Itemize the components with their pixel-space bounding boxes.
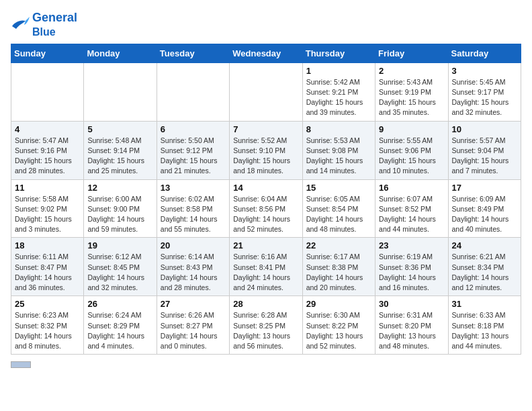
day-info: Sunrise: 6:28 AMSunset: 8:25 PMDaylight:… (233, 310, 298, 351)
day-info: Sunrise: 6:02 AMSunset: 8:58 PMDaylight:… (161, 194, 226, 235)
day-info: Sunrise: 6:04 AMSunset: 8:56 PMDaylight:… (233, 194, 298, 235)
calendar-cell: 18 Sunrise: 6:11 AMSunset: 8:47 PMDaylig… (11, 238, 84, 296)
day-number: 23 (379, 240, 444, 250)
day-info: Sunrise: 6:07 AMSunset: 8:52 PMDaylight:… (379, 194, 444, 235)
calendar-cell: 13 Sunrise: 6:02 AMSunset: 8:58 PMDaylig… (157, 179, 229, 238)
day-info: Sunrise: 5:43 AMSunset: 9:19 PMDaylight:… (379, 77, 444, 118)
day-number: 1 (306, 66, 371, 76)
weekday-header-monday: Monday (84, 44, 157, 62)
day-info: Sunrise: 5:45 AMSunset: 9:17 PMDaylight:… (452, 77, 517, 118)
day-info: Sunrise: 6:21 AMSunset: 8:34 PMDaylight:… (452, 252, 517, 293)
day-number: 7 (233, 124, 298, 134)
calendar-cell: 22 Sunrise: 6:17 AMSunset: 8:38 PMDaylig… (302, 238, 375, 296)
legend (11, 361, 521, 368)
calendar-cell (84, 62, 157, 121)
day-number: 9 (379, 124, 444, 134)
day-number: 24 (452, 240, 517, 250)
calendar-cell: 23 Sunrise: 6:19 AMSunset: 8:36 PMDaylig… (375, 238, 448, 296)
logo: General Blue (11, 11, 77, 38)
day-number: 30 (379, 299, 444, 309)
day-number: 4 (15, 124, 80, 134)
calendar-cell: 12 Sunrise: 6:00 AMSunset: 9:00 PMDaylig… (84, 179, 157, 238)
day-info: Sunrise: 6:33 AMSunset: 8:18 PMDaylight:… (452, 310, 517, 351)
day-number: 5 (87, 124, 152, 134)
calendar-cell: 31 Sunrise: 6:33 AMSunset: 8:18 PMDaylig… (448, 296, 521, 355)
day-info: Sunrise: 6:16 AMSunset: 8:41 PMDaylight:… (233, 252, 298, 293)
day-info: Sunrise: 6:05 AMSunset: 8:54 PMDaylight:… (306, 194, 371, 235)
day-info: Sunrise: 6:17 AMSunset: 8:38 PMDaylight:… (306, 252, 371, 293)
week-row-2: 4 Sunrise: 5:47 AMSunset: 9:16 PMDayligh… (11, 121, 521, 179)
weekday-header-sunday: Sunday (11, 44, 84, 62)
day-number: 15 (306, 183, 371, 193)
day-number: 10 (452, 124, 517, 134)
day-number: 19 (87, 240, 152, 250)
calendar-cell: 9 Sunrise: 5:55 AMSunset: 9:06 PMDayligh… (375, 121, 448, 179)
day-number: 14 (233, 183, 298, 193)
calendar-cell: 30 Sunrise: 6:31 AMSunset: 8:20 PMDaylig… (375, 296, 448, 355)
calendar-cell: 25 Sunrise: 6:23 AMSunset: 8:32 PMDaylig… (11, 296, 84, 355)
weekday-header-wednesday: Wednesday (230, 44, 302, 62)
day-number: 18 (15, 240, 80, 250)
calendar-cell: 8 Sunrise: 5:53 AMSunset: 9:08 PMDayligh… (302, 121, 375, 179)
day-info: Sunrise: 6:00 AMSunset: 9:00 PMDaylight:… (87, 194, 152, 235)
day-number: 21 (233, 240, 298, 250)
calendar-cell: 2 Sunrise: 5:43 AMSunset: 9:19 PMDayligh… (375, 62, 448, 121)
day-number: 17 (452, 183, 517, 193)
weekday-header-saturday: Saturday (448, 44, 521, 62)
calendar-cell: 3 Sunrise: 5:45 AMSunset: 9:17 PMDayligh… (448, 62, 521, 121)
weekday-header-friday: Friday (375, 44, 448, 62)
weekday-header-tuesday: Tuesday (157, 44, 229, 62)
day-info: Sunrise: 6:26 AMSunset: 8:27 PMDaylight:… (161, 310, 226, 351)
calendar-cell: 26 Sunrise: 6:24 AMSunset: 8:29 PMDaylig… (84, 296, 157, 355)
day-number: 8 (306, 124, 371, 134)
day-info: Sunrise: 5:55 AMSunset: 9:06 PMDaylight:… (379, 136, 444, 177)
day-info: Sunrise: 6:31 AMSunset: 8:20 PMDaylight:… (379, 310, 444, 351)
calendar-cell: 7 Sunrise: 5:52 AMSunset: 9:10 PMDayligh… (230, 121, 302, 179)
day-info: Sunrise: 6:23 AMSunset: 8:32 PMDaylight:… (15, 310, 80, 351)
week-row-5: 25 Sunrise: 6:23 AMSunset: 8:32 PMDaylig… (11, 296, 521, 355)
day-info: Sunrise: 5:48 AMSunset: 9:14 PMDaylight:… (87, 136, 152, 177)
day-info: Sunrise: 6:24 AMSunset: 8:29 PMDaylight:… (87, 310, 152, 351)
day-number: 13 (161, 183, 226, 193)
calendar-cell (11, 62, 84, 121)
calendar-cell: 1 Sunrise: 5:42 AMSunset: 9:21 PMDayligh… (302, 62, 375, 121)
day-number: 25 (15, 299, 80, 309)
calendar-cell: 27 Sunrise: 6:26 AMSunset: 8:27 PMDaylig… (157, 296, 229, 355)
calendar-cell: 20 Sunrise: 6:14 AMSunset: 8:43 PMDaylig… (157, 238, 229, 296)
day-number: 31 (452, 299, 517, 309)
day-info: Sunrise: 6:14 AMSunset: 8:43 PMDaylight:… (161, 252, 226, 293)
day-number: 3 (452, 66, 517, 76)
day-info: Sunrise: 6:19 AMSunset: 8:36 PMDaylight:… (379, 252, 444, 293)
calendar-cell: 15 Sunrise: 6:05 AMSunset: 8:54 PMDaylig… (302, 179, 375, 238)
day-number: 28 (233, 299, 298, 309)
day-info: Sunrise: 5:47 AMSunset: 9:16 PMDaylight:… (15, 136, 80, 177)
calendar-cell: 10 Sunrise: 5:57 AMSunset: 9:04 PMDaylig… (448, 121, 521, 179)
day-number: 12 (87, 183, 152, 193)
day-info: Sunrise: 5:57 AMSunset: 9:04 PMDaylight:… (452, 136, 517, 177)
day-info: Sunrise: 5:42 AMSunset: 9:21 PMDaylight:… (306, 77, 371, 118)
week-row-3: 11 Sunrise: 5:58 AMSunset: 9:02 PMDaylig… (11, 179, 521, 238)
calendar-cell: 4 Sunrise: 5:47 AMSunset: 9:16 PMDayligh… (11, 121, 84, 179)
weekday-header-row: SundayMondayTuesdayWednesdayThursdayFrid… (11, 44, 521, 62)
day-info: Sunrise: 5:50 AMSunset: 9:12 PMDaylight:… (161, 136, 226, 177)
day-number: 22 (306, 240, 371, 250)
day-number: 26 (87, 299, 152, 309)
calendar-cell: 17 Sunrise: 6:09 AMSunset: 8:49 PMDaylig… (448, 179, 521, 238)
calendar-cell: 21 Sunrise: 6:16 AMSunset: 8:41 PMDaylig… (230, 238, 302, 296)
day-info: Sunrise: 6:30 AMSunset: 8:22 PMDaylight:… (306, 310, 371, 351)
day-number: 27 (161, 299, 226, 309)
page-header: General Blue (11, 11, 521, 38)
logo-text: General Blue (32, 11, 77, 38)
calendar-cell: 6 Sunrise: 5:50 AMSunset: 9:12 PMDayligh… (157, 121, 229, 179)
day-info: Sunrise: 5:52 AMSunset: 9:10 PMDaylight:… (233, 136, 298, 177)
calendar-cell: 28 Sunrise: 6:28 AMSunset: 8:25 PMDaylig… (230, 296, 302, 355)
calendar-cell: 14 Sunrise: 6:04 AMSunset: 8:56 PMDaylig… (230, 179, 302, 238)
day-number: 11 (15, 183, 80, 193)
day-info: Sunrise: 5:53 AMSunset: 9:08 PMDaylight:… (306, 136, 371, 177)
week-row-1: 1 Sunrise: 5:42 AMSunset: 9:21 PMDayligh… (11, 62, 521, 121)
calendar-cell: 16 Sunrise: 6:07 AMSunset: 8:52 PMDaylig… (375, 179, 448, 238)
calendar-cell: 29 Sunrise: 6:30 AMSunset: 8:22 PMDaylig… (302, 296, 375, 355)
calendar-cell (230, 62, 302, 121)
week-row-4: 18 Sunrise: 6:11 AMSunset: 8:47 PMDaylig… (11, 238, 521, 296)
calendar-cell: 11 Sunrise: 5:58 AMSunset: 9:02 PMDaylig… (11, 179, 84, 238)
